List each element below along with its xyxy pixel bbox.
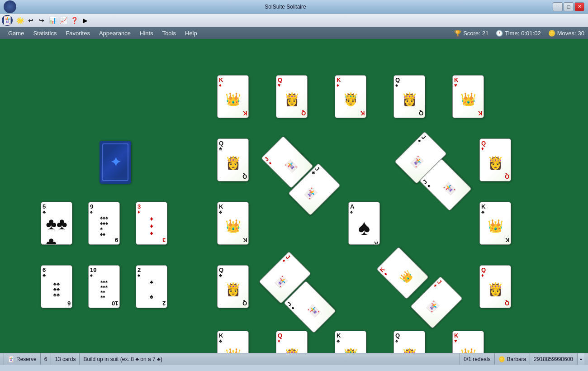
trophy-icon: 🏆 — [454, 30, 461, 37]
moves-value: 30 — [578, 30, 584, 37]
card-6c[interactable]: 6 ♣ ♣♣♣♣♣♣ 6 — [41, 265, 72, 308]
player-section: 🪙 Barbara — [495, 353, 531, 365]
moves-display: 🪙 Moves: 30 — [548, 30, 584, 37]
card-qh[interactable]: Q ♥ 👸 Q — [276, 75, 308, 118]
statusbar: 🃏 Reserve 6 13 cards Build up in suit (e… — [0, 353, 588, 365]
menu-favorites[interactable]: Favorites — [61, 29, 94, 38]
game-stats: 🏆 Score: 21 🕐 Time: 0:01:02 🪙 Moves: 30 — [454, 30, 584, 37]
menu-tools[interactable]: Tools — [158, 29, 180, 38]
seed: 2918859998600 — [530, 353, 577, 365]
scrollbar-corner: ▲ — [577, 353, 584, 365]
menubar: Game Statistics Favorites Appearance Hin… — [0, 27, 588, 39]
app-logo — [4, 0, 16, 13]
card-kc-bot2[interactable]: K ♣ 🤴 K — [335, 331, 366, 353]
titlebar: SolSuite Solitaire ─ □ ✕ — [0, 0, 588, 14]
menu-game[interactable]: Game — [4, 29, 28, 38]
window-controls: ─ □ ✕ — [553, 2, 584, 11]
card-2s[interactable]: 2 ♠ ♠♠ 2 — [136, 265, 167, 308]
score-value: 21 — [482, 30, 488, 37]
minimize-button[interactable]: ─ — [553, 2, 563, 11]
card-qs[interactable]: Q ♠ 👸 Q — [394, 75, 425, 118]
card-qc2[interactable]: Q ♣ 👸 Q — [217, 265, 249, 308]
player-name: Barbara — [507, 356, 526, 362]
card-back-pattern: ✦ — [102, 143, 128, 181]
toolbar: 🃏 🌟 ↩ ↪ 📊 📈 ❓ ▶ — [0, 14, 588, 27]
card-qs-bot[interactable]: Q ♠ 👸 Q — [394, 331, 425, 353]
moves-icon: 🪙 — [548, 30, 555, 37]
window-title: SolSuite Solitaire — [18, 4, 553, 10]
card-kh-rot[interactable]: K ♦ 👑 — [376, 247, 429, 300]
card-3d[interactable]: 3 ♦ ♦♦♦ 3 — [136, 202, 167, 245]
card-kd2[interactable]: K ♦ 🤴 K — [335, 75, 366, 118]
player-icon: 🪙 — [498, 356, 505, 362]
stats-button[interactable]: 📊 — [47, 15, 58, 26]
hint-text: Build up in suit (ex. 8 ♣ on a 7 ♣) — [80, 353, 460, 365]
card-kh-bot[interactable]: K ♥ 👑 K — [452, 331, 484, 353]
reserve-label: Reserve — [16, 356, 37, 362]
close-button[interactable]: ✕ — [574, 2, 584, 11]
reserve-count: 6 — [41, 353, 52, 365]
card-qd-bot[interactable]: Q ♦ 👸 Q — [276, 331, 308, 353]
card-kc[interactable]: K ♣ 👑 K — [217, 202, 249, 245]
reserve-icon: 🃏 — [8, 356, 14, 362]
card-ks[interactable]: K ♣ 👑 K — [479, 202, 511, 245]
reserve-card[interactable]: ✦ — [100, 141, 131, 184]
time-display: 🕐 Time: 0:01:02 — [496, 30, 541, 37]
card-qd-r[interactable]: Q ♦ 👸 Q — [479, 138, 511, 181]
card-as[interactable]: A ♠ ♠ A — [348, 202, 380, 245]
clock-icon: 🕐 — [496, 30, 503, 37]
help-button[interactable]: ❓ — [69, 15, 80, 26]
time-label: Time: — [505, 30, 519, 37]
undo-button[interactable]: ↩ — [25, 15, 36, 26]
reserve-section: 🃏 Reserve — [4, 353, 41, 365]
time-value: 0:01:02 — [521, 30, 541, 37]
card-kd[interactable]: K ♦ 👑 K — [217, 75, 249, 118]
card-9s[interactable]: 9 ♠ ♠♠♠♠♠♠♠♠♠ 9 — [88, 202, 120, 245]
card-qc[interactable]: Q ♣ 👸 Q — [217, 138, 249, 181]
score-label: Score: — [463, 30, 480, 37]
menu-statistics[interactable]: Statistics — [28, 29, 61, 38]
card-5c[interactable]: 5 ♣ ♣♣♣♣♣ 5 — [41, 202, 72, 245]
redeals: 0/1 redeals — [460, 353, 494, 365]
redo-button[interactable]: ↪ — [36, 15, 47, 26]
moves-label: Moves: — [557, 30, 576, 37]
score-display: 🏆 Score: 21 — [454, 30, 488, 37]
extra-button[interactable]: ▶ — [80, 15, 90, 26]
menu-hints[interactable]: Hints — [135, 29, 158, 38]
new-game-button[interactable]: 🌟 — [14, 15, 25, 26]
card-qd2[interactable]: Q ♦ 👸 Q — [479, 265, 511, 308]
toolbar-logo: 🃏 — [2, 15, 13, 26]
card-kh[interactable]: K ♥ 👑 K — [452, 75, 484, 118]
card-10s[interactable]: 10 ♠ ♠♠♠♠♠♠♠♠♠♠ 10 — [88, 265, 120, 308]
card-kc-bot[interactable]: K ♣ 👑 K — [217, 331, 249, 353]
chart-button[interactable]: 📈 — [58, 15, 69, 26]
cards-count: 13 cards — [51, 353, 80, 365]
menu-help[interactable]: Help — [180, 29, 202, 38]
game-area[interactable]: ✦ K ♦ 👑 K Q ♥ 👸 Q K ♦ 🤴 K — [0, 39, 588, 353]
maximize-button[interactable]: □ — [564, 2, 574, 11]
menu-appearance[interactable]: Appearance — [95, 29, 135, 38]
